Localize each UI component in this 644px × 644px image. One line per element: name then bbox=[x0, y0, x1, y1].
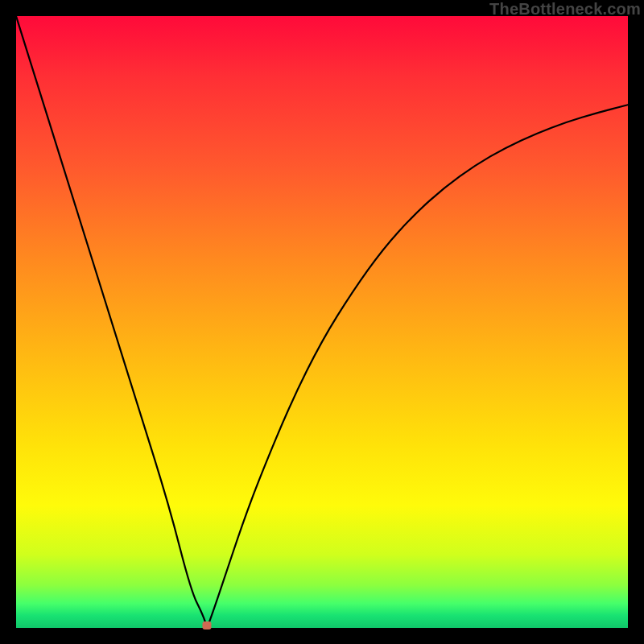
plot-gradient-background bbox=[16, 16, 628, 628]
chart-stage: TheBottleneck.com bbox=[0, 0, 644, 644]
watermark-text: TheBottleneck.com bbox=[489, 0, 641, 19]
